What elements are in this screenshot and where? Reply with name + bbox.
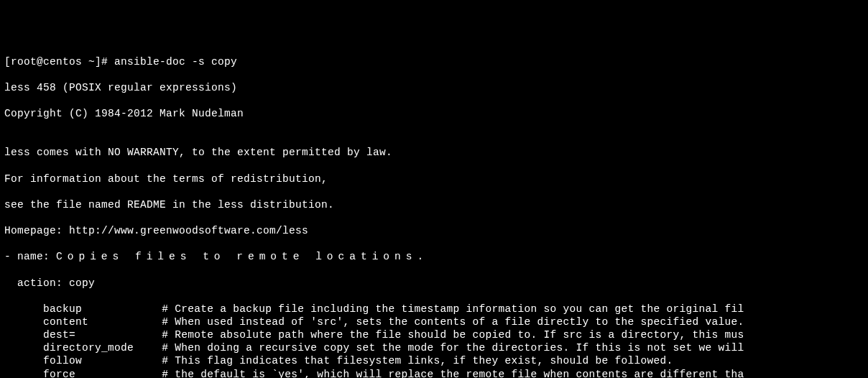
option-separator: #: [162, 303, 175, 315]
option-description: When used instead of 'src', sets the con…: [175, 315, 744, 328]
name-text: Copies files to remote locations.: [56, 251, 428, 262]
copyright-line: Copyright (C) 1984-2012 Mark Nudelman: [4, 107, 864, 120]
option-name: backup: [43, 303, 162, 315]
option-separator: #: [162, 341, 175, 354]
option-description: This flag indicates that filesystem link…: [175, 354, 673, 367]
option-row: dest=# Remote absolute path where the fi…: [4, 328, 864, 341]
option-indent: [4, 341, 43, 354]
option-name: force: [43, 368, 162, 379]
option-indent: [4, 368, 43, 379]
less-version: less 458 (POSIX regular expressions): [4, 81, 864, 94]
option-separator: #: [162, 368, 175, 379]
option-row: content# When used instead of 'src', set…: [4, 315, 864, 328]
option-description: Remote absolute path where the file shou…: [175, 328, 744, 341]
option-indent: [4, 315, 43, 328]
option-separator: #: [162, 315, 175, 328]
option-description: When doing a recursive copy set the mode…: [175, 341, 744, 354]
info-line-2: see the file named README in the less di…: [4, 198, 864, 211]
option-name: dest=: [43, 328, 162, 341]
option-separator: #: [162, 328, 175, 341]
option-indent: [4, 354, 43, 367]
shell-prompt: [root@centos ~]# ansible-doc -s copy: [4, 55, 864, 68]
option-indent: [4, 328, 43, 341]
option-description: Create a backup file including the times…: [175, 303, 744, 315]
homepage-line: Homepage: http://www.greenwoodsoftware.c…: [4, 224, 864, 237]
info-line-1: For information about the terms of redis…: [4, 172, 864, 185]
options-list: backup# Create a backup file including t…: [4, 303, 864, 378]
option-name: follow: [43, 354, 162, 367]
module-name-line: - name: Copies files to remote locations…: [4, 250, 864, 263]
option-row: backup# Create a backup file including t…: [4, 303, 864, 315]
option-indent: [4, 303, 43, 315]
option-row: directory_mode# When doing a recursive c…: [4, 341, 864, 354]
option-description: the default is `yes', which will replace…: [175, 368, 744, 379]
action-line: action: copy: [4, 277, 864, 290]
option-row: follow# This flag indicates that filesys…: [4, 354, 864, 367]
name-prefix: - name:: [4, 251, 50, 262]
option-row: force# the default is `yes', which will …: [4, 368, 864, 379]
option-name: content: [43, 315, 162, 328]
option-separator: #: [162, 354, 175, 367]
option-name: directory_mode: [43, 341, 162, 354]
warranty-line: less comes with NO WARRANTY, to the exte…: [4, 146, 864, 159]
